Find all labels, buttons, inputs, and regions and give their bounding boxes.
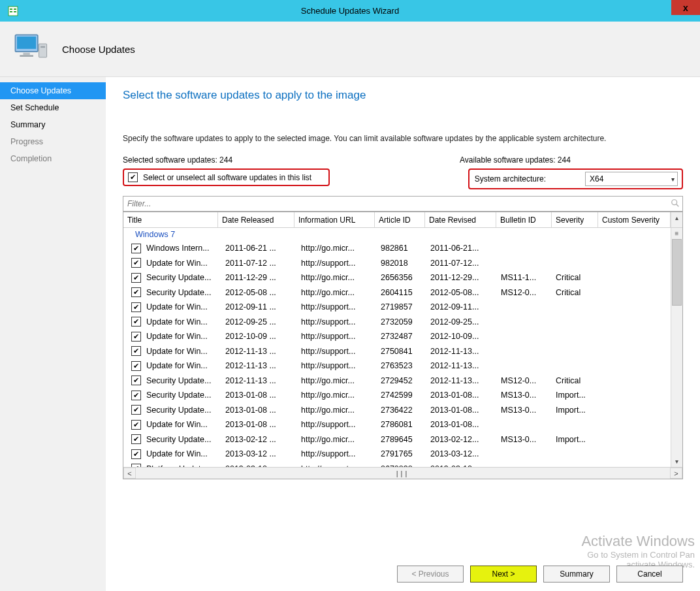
table-row[interactable]: ✔Update for Win...2013-03-12 ...http://s… [123,447,671,462]
table-row[interactable]: ✔Update for Win...2011-07-12 ...http://s… [123,256,671,271]
table-row[interactable]: ✔Update for Win...2012-11-13 ...http://s… [123,344,671,359]
svg-rect-6 [17,36,36,48]
row-checkbox[interactable]: ✔ [131,434,141,444]
row-article: 982018 [377,259,426,268]
row-checkbox[interactable]: ✔ [131,375,141,385]
table-row[interactable]: ✔Security Update...2012-11-13 ...http://… [123,374,671,389]
row-url: http://support... [297,449,377,458]
activation-watermark: Activate Windows Go to System in Control… [581,533,695,569]
row-revised: 2011-06-21... [426,244,497,253]
cancel-button[interactable]: Cancel [616,566,683,583]
row-title: Security Update... [146,406,211,415]
row-checkbox[interactable]: ✔ [131,244,141,253]
next-button[interactable]: Next > [470,566,537,583]
col-date-released[interactable]: Date Released [218,212,294,227]
summary-button[interactable]: Summary [543,566,610,583]
row-date: 2012-09-11 ... [221,302,297,311]
table-row[interactable]: ✔Security Update...2013-02-12 ...http://… [123,432,671,447]
row-title: Update for Win... [146,420,208,429]
row-checkbox[interactable]: ✔ [131,405,141,415]
row-title: Security Update... [146,288,211,297]
row-checkbox[interactable]: ✔ [131,420,141,430]
table-row[interactable]: ✔Security Update...2011-12-29 ...http://… [123,270,671,285]
nav-item-summary[interactable]: Summary [0,116,106,133]
row-revised: 2012-09-25... [426,317,497,327]
row-article: 982861 [377,244,426,253]
svg-line-12 [676,204,679,207]
nav-item-set-schedule[interactable]: Set Schedule [0,99,106,116]
row-checkbox[interactable]: ✔ [131,302,141,312]
col-custom-severity[interactable]: Custom Severity [598,212,671,227]
wizard-nav: Choose UpdatesSet ScheduleSummaryProgres… [0,77,106,591]
horizontal-scrollbar[interactable]: < ||| > [123,467,682,479]
row-bulletin: MS13-0... [497,406,552,415]
vertical-scrollbar[interactable]: ≡ ▾ [671,228,682,467]
table-row[interactable]: ✔Platform Update...2013-03-12 ...http://… [123,462,671,468]
architecture-select[interactable]: X64 ▾ [585,172,678,186]
row-article: 2742599 [377,391,426,400]
row-date: 2013-01-08 ... [221,420,297,429]
row-article: 2729452 [377,376,426,385]
row-checkbox[interactable]: ✔ [131,361,141,371]
previous-button[interactable]: < Previous [397,566,464,583]
row-date: 2013-01-08 ... [221,406,297,415]
table-header: Title Date Released Information URL Arti… [123,212,682,228]
row-revised: 2012-09-11... [426,302,497,311]
row-article: 2719857 [377,302,426,311]
table-row[interactable]: ✔Update for Win...2012-09-11 ...http://s… [123,300,671,315]
row-url: http://support... [297,347,377,356]
table-row[interactable]: ✔Update for Win...2013-01-08 ...http://s… [123,417,671,432]
close-button[interactable]: x [671,0,700,15]
scroll-up-button[interactable]: ▴ [671,212,682,223]
col-article-id[interactable]: Article ID [375,212,425,227]
search-icon[interactable] [671,199,680,210]
row-checkbox[interactable]: ✔ [131,287,141,297]
scroll-down-button[interactable]: ▾ [671,456,682,467]
col-date-revised[interactable]: Date Revised [425,212,496,227]
table-row[interactable]: ✔Security Update...2013-01-08 ...http://… [123,388,671,403]
table-row[interactable]: ✔Windows Intern...2011-06-21 ...http://g… [123,241,671,256]
row-checkbox[interactable]: ✔ [131,346,141,356]
col-info-url[interactable]: Information URL [294,212,375,227]
row-url: http://go.micr... [297,406,377,415]
row-checkbox[interactable]: ✔ [131,391,141,400]
row-date: 2012-10-09 ... [221,332,297,341]
row-checkbox[interactable]: ✔ [131,332,141,342]
col-title[interactable]: Title [123,212,218,227]
row-url: http://go.micr... [297,244,377,253]
app-icon [8,5,20,17]
table-row[interactable]: ✔Update for Win...2012-11-13 ...http://s… [123,359,671,374]
scroll-left-button[interactable]: < [123,468,136,479]
table-row[interactable]: ✔Security Update...2012-05-08 ...http://… [123,285,671,300]
row-checkbox[interactable]: ✔ [131,258,141,268]
h-scroll-track[interactable]: ||| [136,468,670,479]
row-url: http://go.micr... [297,391,377,400]
scroll-right-button[interactable]: > [670,468,682,479]
svg-point-11 [672,200,677,205]
group-header[interactable]: Windows 7 [123,228,671,241]
svg-rect-8 [20,55,33,57]
select-all-checkbox[interactable]: ✔ [128,172,138,182]
row-checkbox[interactable]: ✔ [131,273,141,283]
row-bulletin: MS12-0... [497,376,552,385]
nav-item-choose-updates[interactable]: Choose Updates [0,82,106,99]
table-row[interactable]: ✔Update for Win...2012-10-09 ...http://s… [123,329,671,344]
row-article: 2750841 [377,347,426,356]
select-all-label: Select or unselect all software updates … [143,173,311,182]
row-checkbox[interactable]: ✔ [131,449,141,459]
wizard-header: Choose Updates [0,22,700,77]
table-row[interactable]: ✔Security Update...2013-01-08 ...http://… [123,403,671,418]
select-all-group: ✔ Select or unselect all software update… [123,168,330,186]
row-checkbox[interactable]: ✔ [131,317,141,327]
col-bulletin-id[interactable]: Bulletin ID [496,212,552,227]
svg-rect-9 [39,44,47,57]
wizard-buttons: < Previous Next > Summary Cancel [397,566,683,583]
col-severity[interactable]: Severity [552,212,598,227]
scroll-thumb[interactable] [672,239,682,306]
row-severity: Critical [552,288,597,297]
row-title: Update for Win... [146,317,208,327]
filter-input[interactable] [123,199,682,208]
row-bulletin: MS13-0... [497,435,552,444]
page-heading: Select the software updates to apply to … [123,89,683,102]
table-row[interactable]: ✔Update for Win...2012-09-25 ...http://s… [123,315,671,330]
